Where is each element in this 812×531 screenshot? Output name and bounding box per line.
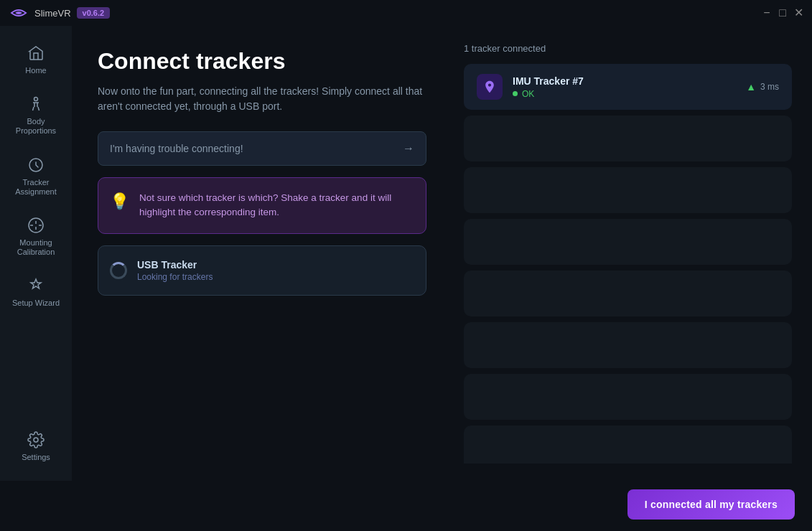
wifi-icon: ▲ xyxy=(746,81,756,93)
usb-tracker-box: USB Tracker Looking for trackers xyxy=(98,245,426,296)
usb-tracker-subtitle: Looking for trackers xyxy=(137,272,213,282)
left-panel: Connect trackers Now onto the fun part, … xyxy=(72,26,452,481)
sidebar-item-body-proportions-label: Body Proportions xyxy=(11,117,61,136)
titlebar: SlimeVR v0.6.2 − □ ✕ xyxy=(0,0,812,26)
tracker-ping: 3 ms xyxy=(760,82,779,92)
info-box: 💡 Not sure which tracker is which? Shake… xyxy=(98,177,426,234)
status-dot-icon xyxy=(513,91,518,96)
sidebar-item-tracker-assignment[interactable]: Tracker Assignment xyxy=(5,149,67,204)
right-panel: 1 tracker connected IMU Tracker #7 OK xyxy=(452,26,812,481)
tracker-card-empty-3 xyxy=(464,219,792,265)
sidebar-item-settings[interactable]: Settings xyxy=(5,424,67,469)
close-button[interactable]: ✕ xyxy=(793,8,803,18)
settings-icon xyxy=(27,431,45,448)
usb-spinner-icon xyxy=(110,262,127,279)
usb-tracker-info: USB Tracker Looking for trackers xyxy=(137,259,213,282)
mounting-calibration-icon xyxy=(27,217,45,234)
lightbulb-icon: 💡 xyxy=(110,192,129,211)
trouble-btn-label: I'm having trouble connecting! xyxy=(110,143,243,154)
tracker-card-empty-2 xyxy=(464,167,792,213)
tracker-details: IMU Tracker #7 OK xyxy=(513,75,736,99)
tracker-list: IMU Tracker #7 OK ▲ 3 ms xyxy=(464,64,795,464)
sidebar: Home Body Proportions Tracker Assignment… xyxy=(0,26,72,481)
tracker-card-active[interactable]: IMU Tracker #7 OK ▲ 3 ms xyxy=(464,64,792,110)
bottom-bar: I connected all my trackers xyxy=(0,481,812,531)
page-title: Connect trackers xyxy=(98,49,426,74)
slimevr-logo xyxy=(9,6,29,20)
window-controls: − □ ✕ xyxy=(762,8,803,18)
sidebar-item-home-label: Home xyxy=(25,66,46,75)
body-proportions-icon xyxy=(27,95,45,113)
tracker-assignment-icon xyxy=(27,156,45,174)
titlebar-left: SlimeVR v0.6.2 xyxy=(9,6,110,20)
svg-point-2 xyxy=(34,438,38,442)
svg-point-0 xyxy=(34,98,38,101)
trackers-header: 1 tracker connected xyxy=(464,43,795,54)
page-subtitle: Now onto the fun part, connecting all th… xyxy=(98,84,426,114)
tracker-card-empty-1 xyxy=(464,116,792,161)
maximize-button[interactable]: □ xyxy=(778,8,788,18)
usb-tracker-title: USB Tracker xyxy=(137,259,213,271)
tracker-icon xyxy=(477,74,503,100)
tracker-status-text: OK xyxy=(522,89,534,99)
sidebar-item-body-proportions[interactable]: Body Proportions xyxy=(5,88,67,143)
tracker-signal: ▲ 3 ms xyxy=(746,81,779,93)
trouble-connecting-button[interactable]: I'm having trouble connecting! → xyxy=(98,131,426,166)
tracker-card-empty-6 xyxy=(464,374,792,420)
sidebar-item-home[interactable]: Home xyxy=(5,37,67,83)
sidebar-item-settings-label: Settings xyxy=(22,453,50,462)
minimize-button[interactable]: − xyxy=(762,8,772,18)
tracker-card-empty-5 xyxy=(464,322,792,368)
home-icon xyxy=(27,44,45,62)
tracker-card-empty-4 xyxy=(464,271,792,316)
sidebar-item-tracker-assignment-label: Tracker Assignment xyxy=(11,178,61,197)
version-badge: v0.6.2 xyxy=(77,7,111,19)
tracker-status: OK xyxy=(513,89,736,99)
tracker-card-empty-7 xyxy=(464,426,792,464)
sidebar-item-mounting-calibration-label: Mounting Calibration xyxy=(11,238,61,257)
setup-wizard-icon xyxy=(27,277,45,294)
trouble-arrow-icon: → xyxy=(403,142,414,155)
imu-icon xyxy=(482,80,497,94)
sidebar-item-setup-wizard[interactable]: Setup Wizard xyxy=(5,270,67,315)
sidebar-item-setup-wizard-label: Setup Wizard xyxy=(12,299,60,308)
main-content: Connect trackers Now onto the fun part, … xyxy=(72,26,812,481)
info-text: Not sure which tracker is which? Shake a… xyxy=(139,191,414,220)
app-body: Home Body Proportions Tracker Assignment… xyxy=(0,26,812,481)
sidebar-item-mounting-calibration[interactable]: Mounting Calibration xyxy=(5,210,67,264)
app-name: SlimeVR xyxy=(34,8,71,19)
connected-all-button[interactable]: I connected all my trackers xyxy=(627,489,795,520)
tracker-name: IMU Tracker #7 xyxy=(513,75,736,87)
